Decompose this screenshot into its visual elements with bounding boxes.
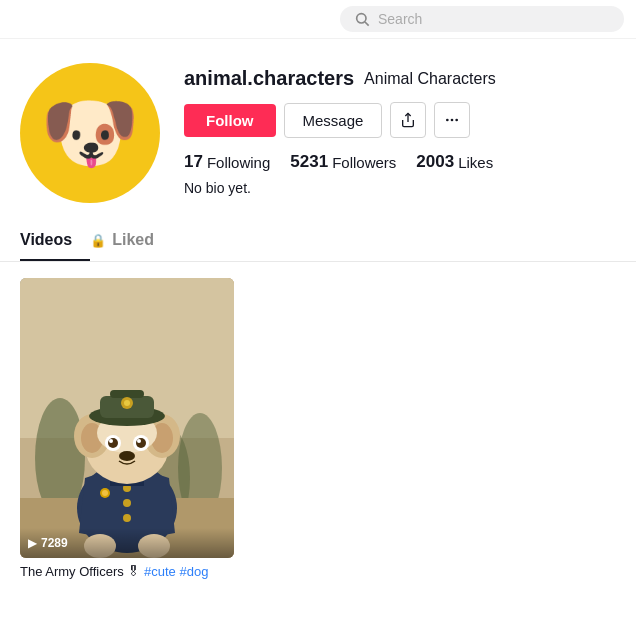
likes-stat[interactable]: 2003 Likes [416, 152, 493, 172]
view-count: 7289 [41, 536, 68, 550]
svg-point-30 [136, 438, 146, 448]
svg-point-3 [446, 119, 449, 122]
followers-label: Followers [332, 154, 396, 171]
profile-section: 🐶 animal.characters Animal Characters Fo… [0, 39, 636, 203]
video-card[interactable]: ▶ 7289 The Army Officers 🎖 #cute #dog [20, 278, 234, 579]
video-image [20, 278, 234, 558]
svg-point-32 [137, 439, 141, 443]
followers-count: 5231 [290, 152, 328, 172]
svg-point-33 [119, 451, 135, 461]
svg-point-29 [108, 438, 118, 448]
avatar: 🐶 [20, 63, 160, 203]
svg-point-4 [451, 119, 454, 122]
likes-count: 2003 [416, 152, 454, 172]
tabs-bar: Videos 🔒 Liked [0, 221, 636, 262]
bio-text: No bio yet. [184, 180, 616, 196]
search-icon [354, 11, 370, 27]
svg-point-31 [109, 439, 113, 443]
svg-point-0 [357, 14, 366, 23]
share-icon [400, 112, 416, 128]
tab-liked[interactable]: 🔒 Liked [90, 221, 172, 261]
lock-icon: 🔒 [90, 233, 106, 248]
tab-videos-label: Videos [20, 231, 72, 249]
actions-row: Follow Message [184, 102, 616, 138]
header [0, 0, 636, 39]
svg-point-15 [123, 514, 131, 522]
follow-button[interactable]: Follow [184, 104, 276, 137]
video-caption: The Army Officers 🎖 #cute #dog [20, 564, 234, 579]
stats-row: 17 Following 5231 Followers 2003 Likes [184, 152, 616, 172]
following-count: 17 [184, 152, 203, 172]
svg-rect-36 [110, 390, 144, 398]
video-thumbnail: ▶ 7289 [20, 278, 234, 558]
username: animal.characters [184, 67, 354, 90]
share-button[interactable] [390, 102, 426, 138]
message-button[interactable]: Message [284, 103, 383, 138]
videos-section: ▶ 7289 The Army Officers 🎖 #cute #dog [0, 262, 636, 596]
svg-point-5 [456, 119, 459, 122]
likes-label: Likes [458, 154, 493, 171]
svg-line-1 [365, 22, 369, 26]
search-bar[interactable] [340, 6, 624, 32]
search-input[interactable] [378, 11, 610, 27]
more-options-button[interactable] [434, 102, 470, 138]
svg-point-38 [124, 400, 130, 406]
avatar-image: 🐶 [20, 63, 160, 203]
profile-info: animal.characters Animal Characters Foll… [184, 63, 616, 196]
hashtag-dog: #dog [179, 564, 208, 579]
followers-stat[interactable]: 5231 Followers [290, 152, 396, 172]
following-label: Following [207, 154, 270, 171]
svg-point-18 [102, 490, 108, 496]
video-overlay: ▶ 7289 [20, 528, 234, 558]
play-icon: ▶ [28, 536, 37, 550]
display-name: Animal Characters [364, 70, 496, 88]
following-stat[interactable]: 17 Following [184, 152, 270, 172]
svg-point-14 [123, 499, 131, 507]
username-row: animal.characters Animal Characters [184, 67, 616, 90]
hashtag-cute: #cute [144, 564, 176, 579]
tab-videos[interactable]: Videos [20, 221, 90, 261]
more-icon [444, 112, 460, 128]
tab-liked-label: Liked [112, 231, 154, 249]
